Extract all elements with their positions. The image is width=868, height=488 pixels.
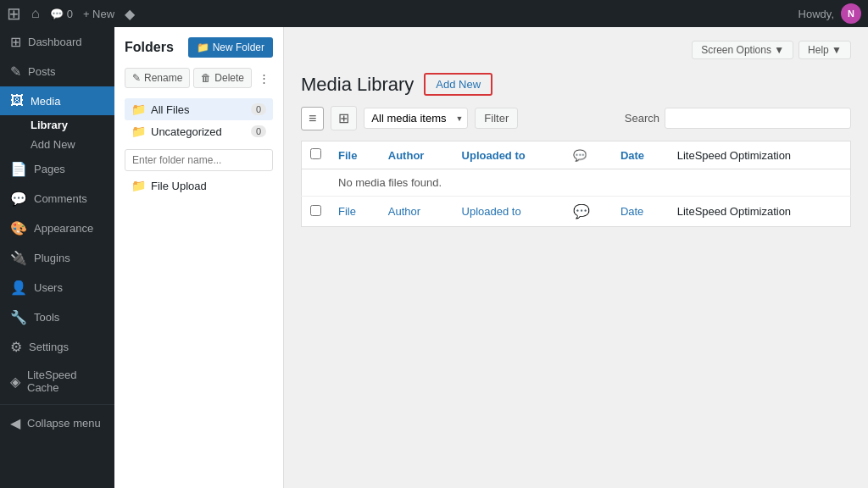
new-folder-label: New Folder xyxy=(213,42,264,53)
sidebar-item-library[interactable]: Library xyxy=(20,115,114,135)
sidebar-item-label: Plugins xyxy=(34,252,70,264)
collapse-icon: ◀ xyxy=(10,415,20,431)
library-label: Library xyxy=(31,119,68,131)
main-layout: ⊞ Dashboard ✎ Posts 🖼 Media Library Add … xyxy=(0,27,868,488)
add-new-label: Add New xyxy=(31,138,75,151)
row2-comments: 💬 xyxy=(565,197,611,227)
posts-icon: ✎ xyxy=(10,64,21,80)
uncategorized-folder[interactable]: 📁 Uncategorized 0 xyxy=(125,120,273,142)
all-files-icon: 📁 xyxy=(131,103,146,116)
home-icon[interactable]: ⌂ xyxy=(31,6,40,21)
all-files-folder[interactable]: 📁 All Files 0 xyxy=(125,98,273,120)
add-new-button[interactable]: Add New xyxy=(424,73,492,96)
folder-plus-icon: 📁 xyxy=(197,42,209,53)
folder-name-input[interactable] xyxy=(125,149,273,171)
screen-options-button[interactable]: Screen Options ▼ xyxy=(692,41,793,59)
sidebar-item-comments[interactable]: 💬 Comments xyxy=(0,184,114,214)
uncategorized-label: Uncategorized xyxy=(151,125,222,138)
media-table: File Author Uploaded to 💬 Date LiteSpeed… xyxy=(301,141,851,227)
sidebar-item-dashboard[interactable]: ⊞ Dashboard xyxy=(0,27,114,57)
col-author[interactable]: Author xyxy=(380,141,453,169)
delete-button[interactable]: 🗑 Delete xyxy=(193,68,252,88)
help-button[interactable]: Help ▼ xyxy=(798,41,851,59)
row2-author[interactable]: Author xyxy=(380,197,453,227)
media-type-select[interactable]: All media items Images Audio Video Docum… xyxy=(364,108,468,129)
comments-col-icon: 💬 xyxy=(573,149,587,162)
filter-button[interactable]: Filter xyxy=(475,108,518,129)
row2-uploaded[interactable]: Uploaded to xyxy=(453,197,565,227)
tools-icon: 🔧 xyxy=(10,309,27,325)
col-file[interactable]: File xyxy=(330,141,380,169)
comments-count: 0 xyxy=(67,8,73,20)
grid-view-button[interactable]: ⊞ xyxy=(331,106,357,130)
list-view-button[interactable]: ≡ xyxy=(301,107,324,130)
sidebar-item-plugins[interactable]: 🔌 Plugins xyxy=(0,243,114,273)
folders-panel: Folders 📁 New Folder ✎ Rename 🗑 Delete ⋮… xyxy=(114,27,284,488)
appearance-icon: 🎨 xyxy=(10,220,27,236)
wp-logo-icon[interactable]: ⊞ xyxy=(7,3,21,24)
rename-button[interactable]: ✎ Rename xyxy=(125,68,190,88)
sidebar-item-pages[interactable]: 📄 Pages xyxy=(0,154,114,184)
wp-diamond-icon: ◆ xyxy=(125,6,135,22)
sidebar-item-label: Appearance xyxy=(34,222,93,235)
table-header-row: File Author Uploaded to 💬 Date LiteSpeed… xyxy=(302,141,851,169)
more-options-button[interactable]: ⋮ xyxy=(255,69,273,88)
new-menu[interactable]: + New xyxy=(83,8,114,20)
page-header-row: Media Library Add New xyxy=(301,73,851,96)
row2-comment-icon: 💬 xyxy=(573,204,590,219)
all-files-count: 0 xyxy=(251,103,266,115)
sidebar-collapse[interactable]: ◀ Collapse menu xyxy=(0,408,114,438)
no-media-cb xyxy=(302,169,331,197)
sidebar-item-label: Posts xyxy=(28,65,56,78)
row2-file[interactable]: File xyxy=(330,197,380,227)
delete-label: Delete xyxy=(214,72,244,84)
pages-icon: 📄 xyxy=(10,161,27,177)
sidebar-item-label: Media xyxy=(31,95,60,108)
upload-folder-icon: 📁 xyxy=(131,179,146,192)
topbar-right: Howdy, N xyxy=(798,3,861,24)
col-date[interactable]: Date xyxy=(612,141,669,169)
comments-link[interactable]: 💬 0 xyxy=(50,8,73,20)
all-files-label: All Files xyxy=(151,103,190,116)
folders-actions: ✎ Rename 🗑 Delete ⋮ xyxy=(125,68,273,88)
folders-header: Folders 📁 New Folder xyxy=(125,37,273,58)
list-view-icon: ≡ xyxy=(309,111,316,125)
search-input[interactable] xyxy=(665,108,851,129)
sidebar-item-posts[interactable]: ✎ Posts xyxy=(0,57,114,86)
new-folder-button[interactable]: 📁 New Folder xyxy=(188,37,273,58)
new-label: + New xyxy=(83,8,114,20)
sidebar-item-litespeed[interactable]: ◈ LiteSpeed Cache xyxy=(0,362,114,401)
sidebar-item-appearance[interactable]: 🎨 Appearance xyxy=(0,214,114,243)
uncategorized-count: 0 xyxy=(251,125,266,137)
media-filter-select-wrapper: All media items Images Audio Video Docum… xyxy=(364,108,468,129)
file-upload-label: File Upload xyxy=(151,180,207,192)
file-upload-folder[interactable]: 📁 File Upload xyxy=(125,175,273,197)
row2-date[interactable]: Date xyxy=(612,197,669,227)
sidebar-item-label: LiteSpeed Cache xyxy=(27,369,104,394)
sidebar-item-settings[interactable]: ⚙ Settings xyxy=(0,332,114,362)
select-all-checkbox[interactable] xyxy=(310,148,321,159)
collapse-label: Collapse menu xyxy=(27,417,101,430)
col-uploaded-to[interactable]: Uploaded to xyxy=(453,141,565,169)
howdy-text: Howdy, xyxy=(798,8,834,20)
col-comments[interactable]: 💬 xyxy=(565,141,611,169)
comments-icon: 💬 xyxy=(10,191,27,207)
comment-bubble-icon: 💬 xyxy=(50,8,64,20)
sidebar-item-tools[interactable]: 🔧 Tools xyxy=(0,302,114,332)
topbar: ⊞ ⌂ 💬 0 + New ◆ Howdy, N xyxy=(0,0,868,27)
media-icon: 🖼 xyxy=(10,93,24,108)
grid-view-icon: ⊞ xyxy=(338,111,349,125)
sidebar-item-label: Pages xyxy=(34,163,65,175)
sidebar-item-add-new[interactable]: Add New xyxy=(20,135,114,154)
sidebar-item-label: Users xyxy=(34,281,63,294)
user-avatar[interactable]: N xyxy=(841,3,861,24)
row2-checkbox[interactable] xyxy=(310,205,321,216)
dashboard-icon: ⊞ xyxy=(10,34,21,50)
col-checkbox xyxy=(302,141,331,169)
uncategorized-icon: 📁 xyxy=(131,125,146,138)
table-row-2: File Author Uploaded to 💬 Date LiteSpeed… xyxy=(302,197,851,227)
sidebar-item-media[interactable]: 🖼 Media xyxy=(0,86,114,115)
search-wrapper: Search xyxy=(625,108,851,129)
search-label: Search xyxy=(625,112,659,125)
sidebar-item-users[interactable]: 👤 Users xyxy=(0,273,114,302)
